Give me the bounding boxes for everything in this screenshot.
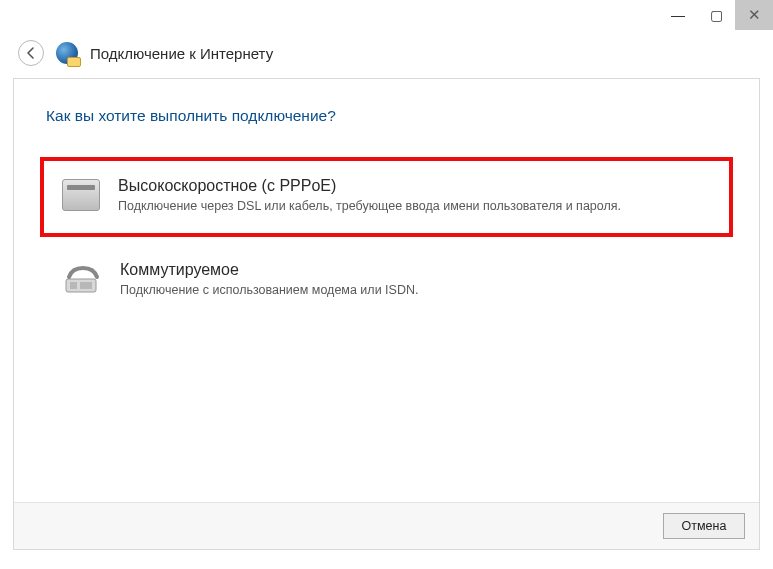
- maximize-button[interactable]: ▢: [697, 0, 735, 30]
- option-text: Высокоскоростное (с PPPoE) Подключение ч…: [118, 177, 711, 215]
- option-description: Подключение с использованием модема или …: [120, 281, 711, 299]
- window-title: Подключение к Интернету: [90, 45, 273, 62]
- connection-option-dialup[interactable]: Коммутируемое Подключение с использовани…: [48, 247, 727, 313]
- cancel-button[interactable]: Отмена: [663, 513, 745, 539]
- internet-globe-icon: [56, 42, 78, 64]
- titlebar: — ▢ ✕: [0, 0, 773, 30]
- svg-rect-2: [80, 282, 92, 289]
- back-button[interactable]: [18, 40, 44, 66]
- close-button[interactable]: ✕: [735, 0, 773, 30]
- header: Подключение к Интернету: [0, 30, 773, 78]
- footer: Отмена: [14, 502, 759, 549]
- option-description: Подключение через DSL или кабель, требую…: [118, 197, 711, 215]
- content-panel: Как вы хотите выполнить подключение? Выс…: [13, 78, 760, 550]
- option-title: Высокоскоростное (с PPPoE): [118, 177, 711, 195]
- minimize-button[interactable]: —: [659, 0, 697, 30]
- question-heading: Как вы хотите выполнить подключение?: [46, 107, 727, 125]
- option-text: Коммутируемое Подключение с использовани…: [120, 261, 711, 299]
- connection-option-pppoe[interactable]: Высокоскоростное (с PPPoE) Подключение ч…: [40, 157, 733, 237]
- phone-modem-icon: [64, 263, 102, 295]
- svg-rect-1: [70, 282, 77, 289]
- option-title: Коммутируемое: [120, 261, 711, 279]
- arrow-left-icon: [24, 46, 38, 60]
- modem-icon: [62, 179, 100, 211]
